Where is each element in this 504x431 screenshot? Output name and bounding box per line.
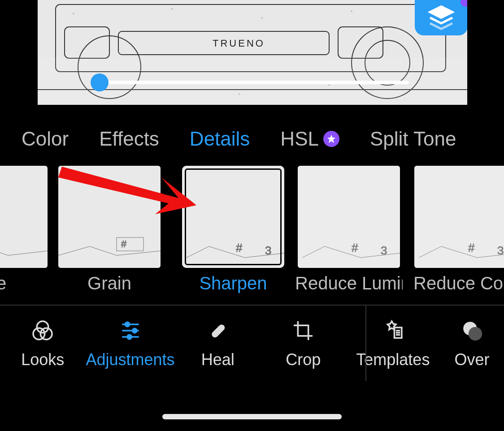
templates-icon [380,317,405,344]
thumb-item-sharpen[interactable]: #3 Sharpen [182,166,284,293]
thumb-preview: #3 [182,166,284,268]
svg-point-46 [215,332,217,334]
svg-point-10 [73,13,74,14]
bottom-toolbar: Looks Adjustments Heal Crop Templates [0,305,504,381]
svg-point-12 [261,17,263,19]
tab-label: Effects [99,128,159,150]
thumb-label: Grain [87,273,131,293]
layers-icon [428,3,455,32]
svg-point-38 [41,328,52,340]
tab-label: Split Tone [370,128,456,150]
svg-point-44 [127,335,131,339]
bandage-icon [205,317,230,344]
tool-label: Looks [21,350,64,369]
svg-point-36 [37,321,48,333]
thumb-item-reduce-luminance[interactable]: #3 Reduce Lumina [295,166,403,293]
thumb-label: de [0,273,6,293]
svg-text:TRUENO: TRUENO [213,38,265,49]
slider-thumb[interactable] [91,73,109,91]
svg-point-54 [468,327,482,340]
tool-adjustments[interactable]: Adjustments [86,317,175,369]
slider-track [96,81,409,84]
svg-point-40 [125,322,129,326]
tab-hsl[interactable]: HSL [280,128,339,150]
tool-label: Heal [201,350,235,369]
adjustment-category-tabs: Color Effects Details HSL Split Tone [0,122,504,156]
sliders-icon [118,317,143,344]
tool-label: Crop [286,350,321,369]
thumb-label: Reduce Lumina [295,273,403,293]
svg-text:#: # [468,241,475,254]
svg-point-13 [351,10,352,12]
image-preview[interactable]: TRUENO [38,0,467,105]
home-indicator[interactable] [162,414,342,419]
thumb-item-reduce-color[interactable]: #3 Reduce Colo [413,166,504,293]
adjustment-slider[interactable] [38,57,467,105]
svg-rect-20 [0,166,48,268]
svg-marker-19 [327,135,335,143]
tool-label: Templates [356,350,430,369]
tab-label: Color [22,128,69,150]
premium-star-icon [323,131,339,147]
tab-effects[interactable]: Effects [99,128,159,150]
thumb-item-grain[interactable]: # Grain [58,166,161,293]
svg-point-11 [171,8,173,10]
svg-rect-32 [414,166,504,268]
thumb-item-fade[interactable]: de [0,166,48,293]
tab-label: Details [190,128,250,150]
tab-color[interactable]: Color [22,128,69,150]
svg-point-48 [219,328,221,329]
thumb-preview: # [58,166,161,268]
svg-point-42 [132,328,136,332]
thumb-label: Sharpen [199,273,267,293]
notification-dot-icon [461,0,467,7]
thumb-preview: #3 [414,166,504,268]
tool-crop[interactable]: Crop [261,317,346,369]
svg-rect-25 [182,166,284,268]
tab-details[interactable]: Details [190,128,250,150]
svg-text:#: # [352,241,358,254]
tool-looks[interactable]: Looks [0,317,86,369]
tab-label: HSL [280,128,319,150]
svg-text:3: 3 [497,244,504,257]
svg-text:#: # [236,241,243,254]
thumb-label: Reduce Colo [413,273,504,293]
svg-text:3: 3 [381,244,387,257]
overlay-icon [460,317,485,344]
tool-templates[interactable]: Templates [346,317,440,369]
toolbar-divider [365,306,366,381]
svg-point-47 [217,330,219,332]
tool-overlays[interactable]: Over [440,317,504,369]
adjustment-thumbnails: de # Grain #3 Sharpen #3 Reduce Lumina #… [0,166,504,296]
tool-label: Adjustments [86,350,174,369]
tool-label: Over [455,350,490,369]
thumb-preview [0,166,48,268]
venn-icon [30,317,55,344]
svg-marker-18 [430,7,452,18]
thumb-preview: #3 [298,166,400,268]
tool-heal[interactable]: Heal [175,317,261,369]
svg-text:3: 3 [265,244,271,257]
svg-text:#: # [121,238,127,250]
crop-icon [291,317,316,344]
layers-button[interactable] [415,0,467,35]
tab-split-tone[interactable]: Split Tone [370,128,456,150]
